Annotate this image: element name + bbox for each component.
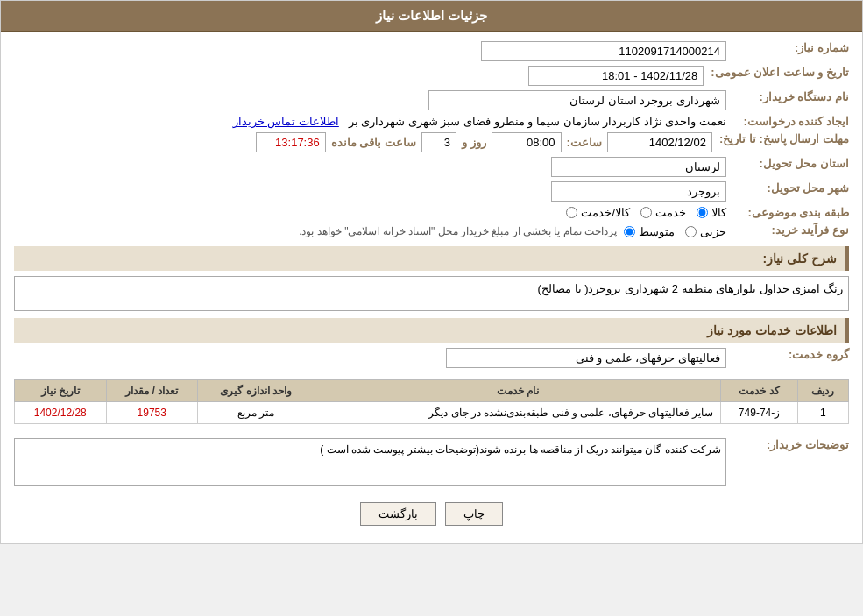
shomara-niaz-box: 1102091714000214 [481,41,726,61]
navoe-farayand-row: نوع فرآیند خرید: جزیی متوسط پرداخت تمام … [14,223,849,239]
navoe-jozi-label: جزیی [700,225,726,238]
mohlet-saat-label: ساعت: [567,136,602,149]
shahr-tahvil-row: شهر محل تحویل: بروجرد [14,181,849,202]
tavzihat-value [14,438,726,489]
nam-dastgah-row: نام دستگاه خریدار: شهرداری بروجرد استان … [14,90,849,110]
tabaqe-kala-item: کالا [697,206,726,219]
table-header-row: ردیف کد خدمت نام خدمت واحد اندازه گیری ت… [15,380,849,402]
navoe-farayand-container: جزیی متوسط پرداخت تمام یا بخشی از مبلغ خ… [14,223,726,239]
tabaqe-kala-khadamat-item: کالا/خدمت [566,206,630,219]
ostan-tahvil-value: لرستان [14,157,726,177]
page-title: جزئیات اطلاعات نیاز [376,8,487,23]
tarikhe-elan-row: تاریخ و ساعت اعلان عمومی: 1402/11/28 - 1… [14,66,849,86]
navoe-jozi-item: جزیی [685,225,726,238]
mohlet-saat-box: 08:00 [492,132,562,152]
tabaqe-khadamat-radio[interactable] [640,207,652,218]
nam-dastgah-box: شهرداری بروجرد استان لرستان [428,90,726,110]
gorohe-khadamat-value: فعالیتهای حرفهای، علمی و فنی [14,348,726,368]
navoe-farayand-label: نوع فرآیند خرید: [726,223,849,237]
nam-dastgah-value: شهرداری بروجرد استان لرستان [14,90,726,110]
tavzihat-label: توضیحات خریدار: [726,438,849,451]
mohlet-value: 1402/12/02 ساعت: 08:00 روز و 3 ساعت باقی… [14,132,712,152]
tabaqe-value: کالا خدمت کالا/خدمت [14,206,726,219]
ijad-konande-label: ایجاد کننده درخواست: [726,115,849,128]
gorohe-khadamat-row: گروه خدمت: فعالیتهای حرفهای، علمی و فنی [14,348,849,368]
page-header: جزئیات اطلاعات نیاز [1,1,862,32]
chap-button[interactable]: چاپ [445,502,503,526]
shomara-niaz-value: 1102091714000214 [14,41,726,61]
gorohe-khadamat-label: گروه خدمت: [726,348,849,361]
col-nam: نام خدمت [315,380,721,402]
navoe-motovaset-radio[interactable] [624,226,635,237]
mohlet-row: مهلت ارسال پاسخ: تا تاریخ: 1402/12/02 سا… [14,132,849,152]
cell-tedad: 19753 [106,402,197,424]
col-kod: کد خدمت [721,380,797,402]
mohlet-remaining-label: ساعت باقی مانده [331,136,416,149]
navoe-motovaset-label: متوسط [639,225,675,238]
cell-nam: سایر فعالیتهای حرفهای، علمی و فنی طبقه‌ب… [315,402,721,424]
button-group: چاپ بازگشت [14,502,849,526]
shahr-tahvil-value: بروجرد [14,181,726,202]
services-table: ردیف کد خدمت نام خدمت واحد اندازه گیری ت… [14,379,849,424]
tamas-khridar-link[interactable]: اطلاعات تماس خریدار [233,115,339,128]
tabaqe-kala-label: کالا [711,206,726,219]
mohlet-label: مهلت ارسال پاسخ: تا تاریخ: [712,132,849,145]
tabaqe-row: طبقه بندی موضوعی: کالا خدمت کالا/خدمت [14,206,849,219]
col-vahed: واحد اندازه گیری [197,380,315,402]
tarikhe-elan-box: 1402/11/28 - 18:01 [528,66,704,86]
navoe-motovaset-item: متوسط [624,225,675,238]
tavzihat-textarea[interactable] [14,438,726,486]
navoe-jozi-radio[interactable] [685,226,697,237]
tarikhe-elan-label: تاریخ و ساعت اعلان عمومی: [704,66,849,79]
tabaqe-khadamat-item: خدمت [640,206,686,219]
tabaqe-radio-group: کالا خدمت کالا/خدمت [14,206,726,219]
mohlet-remaining-box: 13:17:36 [256,132,326,152]
col-tarikh: تاریخ نیاز [15,380,107,402]
cell-radif: 1 [797,402,848,424]
table-row: 1 ز-74-749 سایر فعالیتهای حرفهای، علمی و… [15,402,849,424]
col-tedad: تعداد / مقدار [106,380,197,402]
mohlet-rooz-box: 3 [421,132,456,152]
khadamat-section-title: اطلاعات خدمات مورد نیاز [14,318,849,343]
navoe-radio-group: جزیی متوسط [624,225,726,238]
mohlet-rooz-label: روز و [462,136,486,149]
cell-tarikh: 1402/12/28 [15,402,107,424]
table-header: ردیف کد خدمت نام خدمت واحد اندازه گیری ت… [15,380,849,402]
tarikhe-elan-value: 1402/11/28 - 18:01 [14,66,704,86]
tavzihat-row: توضیحات خریدار: [14,438,849,489]
navoe-farayand-note: پرداخت تمام یا بخشی از مبلغ خریداز محل "… [299,223,617,239]
table-body: 1 ز-74-749 سایر فعالیتهای حرفهای، علمی و… [15,402,849,424]
sharh-niaz-text: رنگ امیزی جداول بلوارهای منطقه 2 شهرداری… [538,282,843,295]
shomara-niaz-label: شماره نیاز: [726,41,849,54]
ostan-tahvil-row: استان محل تحویل: لرستان [14,157,849,177]
mohlet-date-row: 1402/12/02 ساعت: 08:00 روز و 3 ساعت باقی… [14,132,712,152]
page-wrapper: جزئیات اطلاعات نیاز شماره نیاز: 11020917… [0,0,863,544]
tabaqe-khadamat-label: خدمت [655,206,686,219]
shahr-tahvil-box: بروجرد [551,181,726,202]
ijad-konande-value: نعمت واحدی نژاد کاربردار سازمان سیما و م… [14,115,726,128]
tabaqe-kala-khadamat-label: کالا/خدمت [581,206,630,219]
col-radif: ردیف [797,380,848,402]
bazgasht-button[interactable]: بازگشت [360,502,436,526]
ostan-tahvil-label: استان محل تحویل: [726,157,849,170]
cell-vahed: متر مربع [197,402,315,424]
ostan-tahvil-box: لرستان [551,157,726,177]
sharh-niaz-section-title: شرح کلی نیاز: [14,246,849,271]
ijad-konande-text: نعمت واحدی نژاد کاربردار سازمان سیما و م… [349,115,726,128]
sharh-niaz-box: رنگ امیزی جداول بلوارهای منطقه 2 شهرداری… [14,276,849,311]
navoe-farayand-value: جزیی متوسط پرداخت تمام یا بخشی از مبلغ خ… [14,223,726,239]
nam-dastgah-label: نام دستگاه خریدار: [726,90,849,103]
data-grid-wrapper: ردیف کد خدمت نام خدمت واحد اندازه گیری ت… [14,372,849,431]
mohlet-date-box: 1402/12/02 [607,132,712,152]
gorohe-khadamat-box: فعالیتهای حرفهای، علمی و فنی [446,348,726,368]
shahr-tahvil-label: شهر محل تحویل: [726,181,849,195]
shomara-niaz-row: شماره نیاز: 1102091714000214 [14,41,849,61]
content-area: شماره نیاز: 1102091714000214 تاریخ و ساع… [1,32,862,543]
tabaqe-kala-radio[interactable] [697,207,708,218]
tabaqe-label: طبقه بندی موضوعی: [726,206,849,219]
ijad-konande-row: ایجاد کننده درخواست: نعمت واحدی نژاد کار… [14,115,849,128]
cell-kod: ز-74-749 [721,402,797,424]
tabaqe-kala-khadamat-radio[interactable] [566,207,577,218]
